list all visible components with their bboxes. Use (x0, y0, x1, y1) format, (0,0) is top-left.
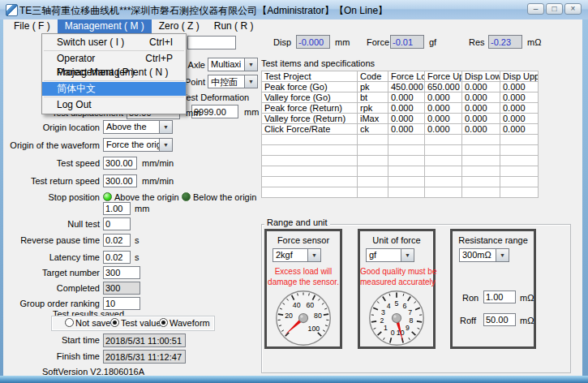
force-value (390, 35, 424, 49)
window-border-right (582, 19, 588, 376)
force-sensor-gauge: 20406080100 (275, 290, 332, 346)
chevron-down-icon[interactable]: ▼ (159, 138, 173, 152)
below-origin-label: Below the origin (193, 192, 256, 202)
test-deformation-unit: mm (244, 107, 259, 117)
menu-separator (44, 97, 184, 97)
menu-item-log-out[interactable]: Log Out (42, 98, 186, 112)
spec-table-row[interactable] (262, 156, 539, 166)
unit-of-force-warning-2: measured accurately (360, 278, 433, 286)
finish-time-label: Finish time (11, 351, 100, 361)
chevron-down-icon[interactable]: ▼ (159, 120, 173, 134)
not-save-radio[interactable] (65, 318, 74, 327)
test-speed-unit: mm/min (142, 158, 174, 168)
spec-table-row[interactable]: Valley force (Return)iMax0.000 0.0000.00… (262, 114, 539, 124)
spec-table-row[interactable]: Peak force (Return)rpk0.000 0.0000.0000.… (262, 103, 539, 114)
test-return-speed-input[interactable] (103, 174, 137, 187)
above-origin-label: Above the origin (114, 192, 179, 202)
target-number-input[interactable] (103, 266, 140, 279)
menu-file[interactable]: File ( F ) (6, 19, 58, 33)
spec-table-row[interactable]: Valley force (Go)bt0.000 0.0000.0000.000 (262, 93, 539, 103)
unit-of-force-warning-1: Good quality must be (360, 267, 433, 276)
menu-management[interactable]: Management ( M ) (58, 19, 152, 33)
roff-input[interactable] (483, 313, 516, 326)
spec-table-row[interactable] (262, 145, 539, 156)
axle-select[interactable]: Multiaxi▼ (208, 58, 258, 71)
disp-value (296, 35, 330, 49)
chevron-down-icon[interactable]: ▼ (244, 58, 258, 71)
test-values-radio[interactable] (110, 318, 119, 327)
chevron-down-icon[interactable]: ▼ (496, 248, 509, 262)
test-speed-input[interactable] (103, 157, 137, 170)
spec-table-row[interactable]: Peak force (Go)pk450.000 650.0000.0000.0… (262, 82, 539, 93)
above-origin-led[interactable] (103, 192, 112, 201)
finish-time-value (103, 350, 186, 364)
menu-item-simplified-chinese[interactable]: 简体中文 (42, 82, 186, 96)
menu-item-switch-user[interactable]: Switch user ( I )Ctrl+I (42, 36, 186, 49)
spec-table-row[interactable] (262, 177, 539, 187)
minimize-button[interactable]: – (527, 3, 544, 15)
chevron-down-icon[interactable]: ▼ (401, 248, 414, 262)
stop-position-label: Stop position (11, 192, 100, 202)
svg-text:1: 1 (384, 324, 388, 332)
unit-of-force-box: Unit of force gf▼ Good quality must be m… (358, 229, 436, 349)
close-button[interactable]: × (564, 3, 582, 15)
test-return-speed-unit: mm/min (142, 176, 174, 186)
origin-waveform-select[interactable]: Force the origin▼ (103, 138, 173, 152)
spec-table-row[interactable] (262, 135, 539, 145)
unit-of-force-select[interactable]: gf▼ (366, 248, 414, 262)
not-save-label: Not save (75, 318, 110, 328)
below-origin-led[interactable] (182, 192, 191, 201)
force-sensor-warning-1: Excess load will (267, 267, 340, 276)
menu-run[interactable]: Run ( R ) (207, 19, 261, 33)
maximize-button[interactable]: □ (546, 3, 563, 15)
project-name-input[interactable] (187, 36, 236, 49)
unit-of-force-title: Unit of force (360, 235, 433, 245)
spec-table: Test ProjectCode Force LowForce Upp Disp… (261, 71, 539, 198)
menu-item-operator-management[interactable]: Operator Management ( P )Ctrl+P (42, 52, 186, 66)
roff-label: Roff (460, 316, 476, 325)
ron-input[interactable] (483, 290, 516, 303)
group-order-input[interactable] (103, 297, 140, 310)
unit-of-force-gauge: 012345678910 (368, 290, 425, 346)
latency-time-input[interactable] (103, 251, 131, 264)
force-sensor-warning-2: damage the sensor. (267, 278, 340, 286)
stop-offset-unit: mm (135, 204, 149, 213)
latency-time-unit: s (135, 252, 139, 262)
spec-table-title: Test items and specifications (261, 58, 375, 68)
stop-offset-input[interactable] (103, 202, 131, 215)
chevron-down-icon[interactable]: ▼ (307, 248, 321, 262)
res-value (488, 35, 522, 49)
reverse-pause-input[interactable] (103, 234, 131, 247)
spec-table-row[interactable] (262, 166, 539, 177)
reverse-pause-unit: s (135, 235, 139, 245)
window-title: TE三轴荷重位移曲线机***深圳市磐石测控仪器有限公司【Administrato… (19, 4, 388, 18)
management-menu-dropdown: Switch user ( I )Ctrl+I Operator Managem… (41, 33, 187, 114)
disp-label: Disp (273, 37, 291, 47)
spec-table-row[interactable]: Click Force/Rateck0.000 0.0000.0000.000 (262, 124, 539, 135)
svg-text:6: 6 (402, 302, 406, 310)
force-sensor-select[interactable]: 2kgf▼ (273, 248, 321, 262)
menu-item-project-management[interactable]: Project Management ( N ) (42, 66, 186, 80)
svg-text:80: 80 (314, 312, 322, 320)
svg-text:4: 4 (387, 302, 391, 310)
test-deformation-label: Test Deformation (182, 93, 249, 102)
waveform-radio[interactable] (159, 318, 168, 327)
svg-text:7: 7 (408, 308, 412, 316)
test-displacement-unit: mm (186, 108, 200, 118)
svg-text:100: 100 (308, 325, 320, 333)
menu-zero[interactable]: Zero ( Z ) (152, 19, 207, 33)
svg-text:0: 0 (391, 329, 395, 337)
window-border-bottom (0, 376, 588, 383)
point-select[interactable]: 中控面▼ (208, 75, 258, 88)
chevron-down-icon[interactable]: ▼ (244, 75, 258, 88)
test-return-speed-label: Test return speed (11, 176, 100, 186)
force-label: Force (367, 37, 389, 47)
spec-table-row[interactable] (262, 187, 539, 198)
spec-table-header: Test ProjectCode Force LowForce Upp Disp… (262, 71, 539, 82)
reverse-pause-label: Reverse pause time (11, 235, 100, 245)
resistance-range-select[interactable]: 300mΩ▼ (459, 248, 509, 262)
origin-location-select[interactable]: Above the▼ (103, 120, 173, 134)
null-test-input[interactable] (103, 217, 131, 230)
range-and-unit-label: Range and unit (264, 217, 330, 227)
disp-unit: mm (335, 37, 350, 47)
